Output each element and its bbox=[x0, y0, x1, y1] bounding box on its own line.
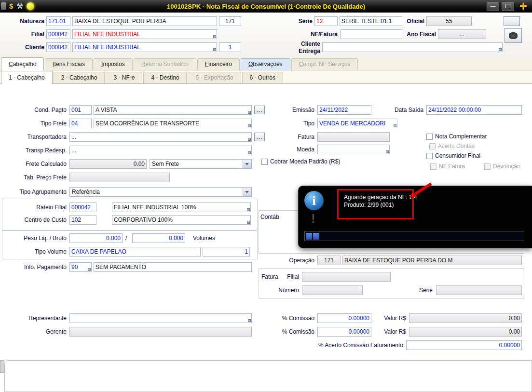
maximize-button[interactable] bbox=[502, 2, 514, 11]
tab-financeiro[interactable]: Financeiro bbox=[197, 58, 240, 70]
consumidor-final-checkbox[interactable]: Consumidor Final bbox=[426, 152, 480, 159]
subtab-3-nfe[interactable]: 3 - NF-e bbox=[106, 72, 142, 83]
moeda-input[interactable] bbox=[317, 145, 390, 154]
rateio-filial-code-input[interactable]: 000042 bbox=[69, 203, 96, 212]
comissao2-label: % Comissão bbox=[260, 327, 314, 337]
nf-fatura-checkbox: NF Fatura bbox=[430, 163, 465, 170]
cobrar-moeda-checkbox[interactable]: Cobrar Moeda Padrão (R$) bbox=[261, 158, 340, 165]
tab-label: Compl. NF Serviços bbox=[299, 61, 351, 68]
tipo-agrupamento-select[interactable]: Referência bbox=[69, 187, 252, 197]
transportadora-input[interactable]: ... bbox=[69, 132, 252, 142]
checkbox-icon bbox=[426, 134, 433, 140]
devolucao-checkbox: Devolução bbox=[484, 163, 520, 170]
maximize-icon bbox=[505, 4, 510, 8]
checkbox-label: Acerto Contas bbox=[438, 143, 475, 149]
footer-panel bbox=[4, 360, 532, 392]
titlebar-toolbar: $ ⚒ bbox=[0, 0, 34, 13]
add-button[interactable]: + bbox=[517, 1, 530, 12]
annotation-arrow bbox=[406, 181, 435, 203]
tab-cabecalho[interactable]: Cabeçalho bbox=[1, 57, 44, 70]
tipo-label: Tipo bbox=[260, 119, 314, 128]
info-pagamento-code-input[interactable]: 90 bbox=[69, 262, 92, 272]
fatura-label: Fatura bbox=[260, 132, 314, 142]
contabilizacao-label: Contáb bbox=[260, 212, 294, 222]
subtab-1-cabecalho[interactable]: 1 - Cabeçalho bbox=[1, 71, 53, 84]
natureza-label: Natureza bbox=[1, 16, 44, 26]
frete-tipo-select[interactable]: Sem Frete bbox=[150, 159, 252, 169]
cliente-entrega-input[interactable] bbox=[322, 42, 503, 52]
cliente-entrega-label: Cliente Entrega bbox=[287, 41, 320, 55]
info-icon: i bbox=[304, 191, 324, 210]
valor1-field: 0.00 bbox=[409, 313, 522, 323]
tab-label: 1 - Cabeçalho bbox=[9, 74, 45, 81]
oficial-field: 55 bbox=[426, 16, 472, 26]
data-saida-input[interactable]: 24/11/2022 00:00:00 bbox=[426, 105, 522, 115]
minimize-button[interactable]: — bbox=[487, 2, 499, 11]
serie-desc-field: SERIE TESTE 01.1 bbox=[340, 16, 402, 26]
chevron-down-icon bbox=[243, 188, 251, 196]
rateio-filial-desc-field: FILIAL NFE INDUSTRIAL 100% bbox=[112, 203, 251, 212]
nota-complementar-checkbox[interactable]: Nota Complementar bbox=[426, 133, 487, 140]
tipo-frete-code-input[interactable]: 04 bbox=[69, 119, 92, 128]
tipo-frete-desc-field: SEM OCORRÊNCIA DE TRANSPORTE bbox=[94, 119, 252, 128]
checkbox-label: NF Fatura bbox=[439, 163, 465, 170]
emissao-input[interactable]: 24/11/2022 bbox=[317, 105, 371, 115]
subtab-6-outros[interactable]: 6 - Outros bbox=[242, 72, 283, 83]
nf-fatura-label: NF/Fatura bbox=[289, 29, 338, 39]
fatura-filial-label: Filial bbox=[282, 272, 299, 282]
window-title: 100102SPK - Nota Fiscal de Consumível (1… bbox=[0, 3, 532, 10]
cond-pagto-code-input[interactable]: 001 bbox=[69, 105, 92, 115]
acerto-comissao-label: % Acerto Comissão Faturamento bbox=[270, 340, 403, 350]
checkbox-label: Cobrar Moeda Padrão (R$) bbox=[270, 158, 340, 165]
centro-custo-code-input[interactable]: 102 bbox=[69, 215, 96, 225]
tipo-input[interactable]: VENDA DE MERCADORI bbox=[317, 119, 397, 128]
checkbox-icon bbox=[426, 153, 433, 159]
tab-label: 5 - Exportação bbox=[195, 74, 233, 81]
subtab-4-destino[interactable]: 4 - Destino bbox=[143, 72, 187, 83]
natureza-code-input[interactable]: 171.01 bbox=[46, 16, 70, 26]
fatura-serie-field bbox=[436, 285, 522, 295]
filial-code-input[interactable]: 000042 bbox=[46, 29, 70, 39]
acerto-comissao-input[interactable]: 0.00000 bbox=[406, 340, 522, 350]
serie-input[interactable]: 12 bbox=[314, 16, 338, 26]
ano-fiscal-label: Ano Fiscal bbox=[400, 29, 436, 39]
moeda-label: Moeda bbox=[260, 145, 314, 154]
subtab-2-cabecalho[interactable]: 2 - Cabeçalho bbox=[54, 72, 105, 83]
peso-bruto-input[interactable]: 0.000 bbox=[132, 233, 185, 243]
tab-observacoes[interactable]: Observações bbox=[241, 58, 290, 70]
checkbox-icon bbox=[429, 143, 436, 149]
cliente-code-input[interactable]: 000042 bbox=[46, 42, 70, 52]
peso-liquido-input[interactable]: 0.000 bbox=[69, 233, 123, 243]
checkbox-icon bbox=[430, 163, 437, 170]
tipo-volume-label: Tipo Volume bbox=[0, 247, 67, 257]
subtab-5-exportacao: 5 - Exportação bbox=[188, 72, 241, 83]
comissao1-label: % Comissão bbox=[260, 313, 314, 323]
tab-itens-fiscais[interactable]: Itens Fiscais bbox=[45, 58, 93, 70]
cliente-loja-field[interactable]: 1 bbox=[219, 42, 241, 52]
comissao2-input[interactable]: 0.00000 bbox=[317, 327, 371, 337]
transp-redesp-input[interactable]: ... bbox=[69, 146, 252, 155]
bulb-icon[interactable] bbox=[27, 2, 34, 10]
wrench-icon[interactable]: ⚒ bbox=[16, 2, 23, 10]
header-button-side[interactable] bbox=[505, 28, 522, 43]
transportadora-label: Transportadora bbox=[0, 132, 67, 142]
tab-label: Observações bbox=[248, 61, 283, 68]
exclamation-icon: ! bbox=[311, 211, 315, 226]
ano-fiscal-field: ... bbox=[438, 29, 486, 39]
operacao-code-field: 171 bbox=[317, 256, 341, 265]
natureza-num-field: 171 bbox=[219, 16, 241, 26]
volumes-qty-input[interactable]: 1 bbox=[203, 247, 250, 257]
tab-impostos[interactable]: Impostos bbox=[94, 58, 133, 70]
operacao-label: Operação bbox=[260, 256, 314, 265]
tipo-agrupamento-label: Tipo Agrupamento bbox=[0, 187, 67, 197]
tab-label: 3 - NF-e bbox=[113, 74, 135, 81]
representante-input[interactable] bbox=[69, 313, 252, 323]
tab-label: 2 - Cabeçalho bbox=[61, 74, 97, 81]
comissao1-input[interactable]: 0.00000 bbox=[317, 313, 371, 323]
tipo-frete-label: Tipo Frete bbox=[0, 119, 67, 128]
nf-fatura-input[interactable] bbox=[341, 29, 402, 39]
tipo-volume-input[interactable]: CAIXA DE PAPELAO bbox=[69, 247, 201, 257]
partial-icon[interactable] bbox=[1, 2, 6, 10]
header-button-top[interactable] bbox=[504, 16, 520, 26]
money-icon[interactable]: $ bbox=[9, 2, 13, 10]
